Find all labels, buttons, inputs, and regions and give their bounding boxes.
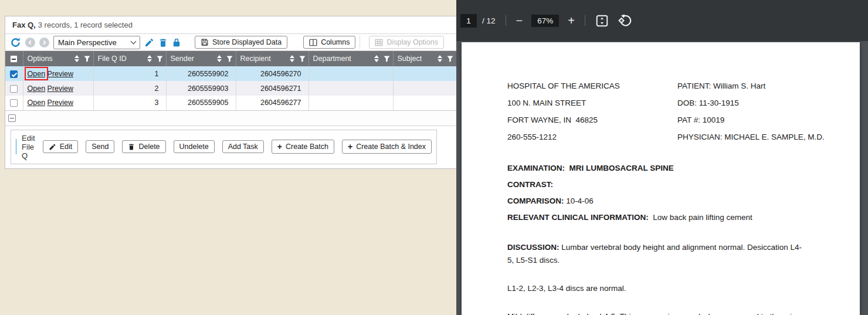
document-header: HOSPITAL OF THE AMERICAS PATIENT: Willia… [507, 77, 860, 145]
edit-button[interactable]: Edit [43, 140, 79, 153]
perspective-selected-value: Main Perspective [58, 38, 117, 47]
chevron-down-icon [131, 38, 137, 44]
delete-button[interactable]: Delete [122, 140, 165, 153]
select-all-checkbox[interactable] [10, 55, 18, 63]
record-summary-bar: Fax Q, 3 records, 1 record selected [5, 16, 456, 34]
action-bar-area: Edit File Q Edit Send Delete Undelete Ad… [5, 126, 456, 168]
forward-icon[interactable] [39, 38, 49, 48]
toolbar-separator [506, 15, 506, 26]
pencil-icon [49, 143, 56, 151]
refresh-icon[interactable] [10, 37, 21, 48]
toolbar-divider [360, 36, 360, 49]
filter-icon[interactable] [157, 56, 163, 62]
preview-link[interactable]: Preview [48, 99, 73, 107]
column-header-sender[interactable]: Sender [171, 55, 194, 63]
filter-icon[interactable] [384, 56, 390, 62]
open-link[interactable]: Open [28, 84, 46, 93]
send-button[interactable]: Send [86, 140, 114, 153]
findings-paragraph: Mild diffuse annular bulge L4-5. This ap… [507, 310, 808, 315]
fax-q-table: Options File Q ID Sender Recipient Depar… [5, 51, 457, 111]
add-task-label: Add Task [228, 143, 258, 151]
discussion-paragraph: DISCUSSION: Lumbar vertebral body height… [507, 241, 808, 266]
back-icon[interactable] [25, 38, 35, 48]
add-task-button[interactable]: Add Task [222, 140, 264, 153]
report-fields: EXAMINATION: MRI LUMBOSACRAL SPINE CONTR… [507, 160, 860, 226]
collapse-icon[interactable] [8, 114, 16, 122]
edit-label: Edit [60, 143, 73, 151]
cell-recipient: 2604596270 [236, 66, 308, 81]
sort-icon[interactable] [74, 55, 79, 62]
column-header-department[interactable]: Department [313, 55, 351, 63]
fit-to-page-icon[interactable] [595, 14, 609, 28]
delete-perspective-icon[interactable] [158, 38, 168, 48]
create-batch-label: Create Batch [286, 143, 328, 151]
comparison-label: COMPARISON: [507, 197, 564, 205]
open-link[interactable]: Open [28, 70, 46, 78]
columns-icon [309, 39, 317, 46]
rotate-icon[interactable] [618, 13, 633, 28]
sort-icon[interactable] [217, 55, 222, 62]
column-header-recipient[interactable]: Recipient [240, 55, 271, 63]
table-row[interactable]: Open Preview 3 2605559905 2604596277 [5, 96, 457, 110]
store-displayed-data-button[interactable]: Store Displayed Data [195, 36, 287, 49]
fax-q-panel: Fax Q, 3 records, 1 record selected Main… [0, 0, 456, 315]
open-link[interactable]: Open [28, 99, 46, 107]
pdf-toolbar: 1 / 12 − 67% + [456, 0, 868, 41]
preview-link[interactable]: Preview [48, 70, 73, 78]
sort-icon[interactable] [438, 55, 442, 62]
column-header-file-q-id[interactable]: File Q ID [98, 55, 127, 63]
row-checkbox[interactable] [10, 85, 18, 93]
row-checkbox[interactable] [10, 99, 18, 107]
filter-icon[interactable] [299, 56, 306, 62]
fax-q-toolbar: Main Perspective Store Displayed Data Co… [5, 34, 456, 51]
cell-sender: 2605559905 [166, 96, 236, 110]
lock-icon[interactable] [172, 38, 181, 48]
filter-icon[interactable] [84, 56, 90, 62]
edit-perspective-icon[interactable] [144, 38, 154, 48]
table-header-row: Options File Q ID Sender Recipient Depar… [5, 51, 457, 66]
column-header-options[interactable]: Options [28, 55, 53, 63]
row-checkbox-checked[interactable] [10, 70, 18, 78]
cell-subject [393, 96, 457, 110]
panel-accent-bar [16, 139, 16, 154]
undelete-button[interactable]: Undelete [174, 140, 215, 153]
action-panel-label: Edit File Q [22, 134, 35, 160]
zoom-in-button[interactable]: + [568, 15, 575, 26]
clinical-label: RELEVANT CLINICAL INFORMATION: [507, 213, 649, 222]
cell-department [308, 96, 393, 110]
table-row[interactable]: Open Preview 1 2605559902 2604596270 [5, 66, 457, 81]
sort-icon[interactable] [374, 55, 379, 62]
send-label: Send [91, 143, 108, 151]
table-row[interactable]: Open Preview 2 2605559903 2604596271 [5, 81, 457, 96]
create-batch-button[interactable]: + Create Batch [272, 140, 334, 154]
fax-q-window: Fax Q, 3 records, 1 record selected Main… [5, 16, 456, 169]
preview-link[interactable]: Preview [48, 84, 73, 93]
facility-line: 260-555-1212 [507, 128, 677, 145]
display-options-button[interactable]: Display Options [369, 36, 444, 49]
column-header-subject[interactable]: Subject [398, 55, 422, 63]
page-number-input[interactable]: 1 [460, 14, 477, 28]
display-options-label: Display Options [386, 38, 438, 46]
pdf-viewer-panel: 1 / 12 − 67% + HOSPITAL OF THE AMERICAS … [456, 0, 868, 315]
comparison-value: 10-4-06 [566, 197, 594, 205]
exam-label: EXAMINATION: [507, 164, 565, 172]
filter-icon[interactable] [447, 56, 453, 62]
sort-icon[interactable] [147, 55, 152, 62]
plus-icon: + [348, 142, 352, 151]
create-batch-index-button[interactable]: + Create Batch & Index [342, 140, 432, 154]
zoom-level-input[interactable]: 67% [531, 15, 559, 27]
facility-line: 100 N. MAIN STREET [507, 94, 677, 111]
page-title: Fax Q, [12, 21, 36, 29]
filter-icon[interactable] [226, 56, 233, 62]
sort-icon[interactable] [290, 55, 294, 62]
columns-button[interactable]: Columns [303, 36, 355, 49]
columns-label: Columns [321, 38, 350, 46]
perspective-select[interactable]: Main Perspective [53, 36, 140, 49]
edit-file-q-panel: Edit File Q Edit Send Delete Undelete Ad… [11, 130, 437, 164]
cell-sender: 2605559902 [166, 66, 236, 81]
cell-file-q-id: 2 [93, 81, 166, 96]
pdf-page[interactable]: HOSPITAL OF THE AMERICAS PATIENT: Willia… [462, 42, 860, 315]
zoom-out-button[interactable]: − [516, 15, 523, 26]
patient-line: DOB: 11-30-1915 [677, 94, 860, 111]
patient-line: PHYSICIAN: MICHAEL E. SAMPLE, M.D. [677, 128, 860, 145]
